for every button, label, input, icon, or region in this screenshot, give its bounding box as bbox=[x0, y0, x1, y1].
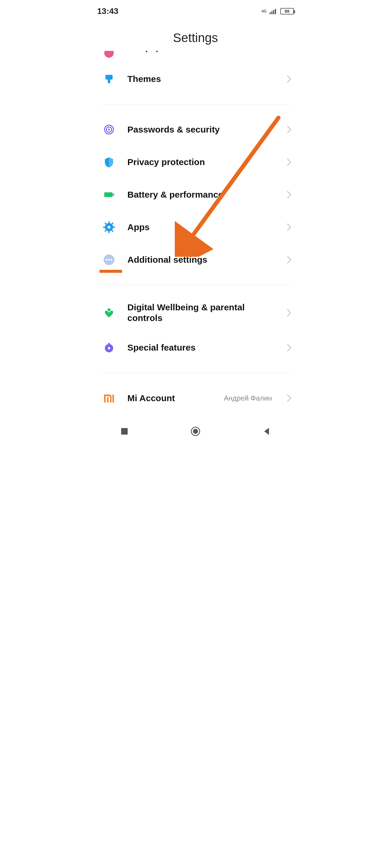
item-label: Battery & performance bbox=[128, 189, 275, 200]
svg-rect-6 bbox=[108, 80, 110, 83]
settings-item-wallpaper[interactable]: Wallpaper bbox=[89, 51, 302, 63]
gear-icon bbox=[103, 221, 115, 234]
settings-item-special-features[interactable]: Special features bbox=[89, 331, 302, 364]
battery-percent: 89 bbox=[285, 9, 289, 13]
svg-rect-33 bbox=[121, 428, 128, 435]
chevron-right-icon bbox=[287, 343, 291, 352]
chevron-right-icon bbox=[287, 223, 291, 231]
svg-rect-2 bbox=[273, 10, 274, 14]
svg-rect-0 bbox=[270, 12, 271, 14]
section-divider bbox=[100, 373, 291, 373]
settings-list: Wallpaper Themes bbox=[89, 51, 302, 432]
svg-point-25 bbox=[111, 259, 112, 261]
svg-rect-10 bbox=[104, 192, 113, 197]
svg-rect-17 bbox=[113, 227, 115, 228]
wallpaper-icon bbox=[103, 51, 115, 59]
item-label: Privacy protection bbox=[128, 157, 275, 167]
navigation-bar bbox=[89, 420, 302, 443]
item-value: Андрей Фалин bbox=[224, 394, 272, 402]
svg-point-26 bbox=[108, 308, 111, 311]
themes-icon bbox=[103, 72, 115, 86]
svg-point-9 bbox=[108, 129, 110, 130]
annotation-underline bbox=[100, 270, 122, 273]
item-label: Passwords & security bbox=[128, 124, 275, 135]
item-label: Wallpaper bbox=[128, 51, 291, 53]
signal-icon bbox=[270, 8, 277, 14]
svg-point-23 bbox=[106, 259, 108, 261]
item-label: Mi Account bbox=[128, 393, 212, 404]
wellbeing-icon bbox=[103, 306, 115, 319]
item-label: Special features bbox=[128, 342, 275, 353]
svg-rect-3 bbox=[275, 9, 276, 14]
settings-item-apps[interactable]: Apps bbox=[89, 211, 302, 244]
svg-rect-11 bbox=[113, 193, 114, 196]
item-label: Additional settings bbox=[128, 254, 275, 265]
svg-rect-19 bbox=[111, 230, 113, 232]
nav-recents-button[interactable] bbox=[119, 426, 130, 436]
svg-rect-15 bbox=[108, 231, 110, 233]
chevron-right-icon bbox=[287, 256, 291, 264]
svg-rect-14 bbox=[108, 221, 110, 224]
special-features-icon bbox=[103, 341, 115, 354]
chevron-right-icon bbox=[287, 190, 291, 199]
section-divider bbox=[100, 104, 291, 104]
nav-back-button[interactable] bbox=[261, 426, 272, 436]
chevron-right-icon bbox=[287, 158, 291, 166]
svg-rect-21 bbox=[104, 230, 106, 232]
fingerprint-icon bbox=[103, 123, 115, 136]
settings-item-battery-performance[interactable]: Battery & performance bbox=[89, 178, 302, 211]
svg-rect-20 bbox=[111, 222, 113, 224]
status-bar: 13:43 4G 89 bbox=[89, 2, 302, 20]
item-label: Themes bbox=[128, 74, 275, 84]
item-label: Digital Wellbeing & parental controls bbox=[128, 302, 275, 323]
svg-rect-1 bbox=[271, 11, 273, 14]
item-label: Apps bbox=[128, 222, 275, 232]
phone-frame: 13:43 4G 89 Settings Wallpaper bbox=[89, 2, 302, 443]
clock: 13:43 bbox=[97, 6, 118, 16]
battery-icon bbox=[103, 188, 115, 201]
page-title: Settings bbox=[89, 20, 302, 51]
chevron-right-icon bbox=[287, 125, 291, 134]
svg-rect-16 bbox=[103, 227, 106, 228]
svg-point-29 bbox=[108, 347, 110, 349]
svg-point-24 bbox=[108, 259, 110, 261]
chevron-right-icon bbox=[287, 75, 291, 83]
svg-rect-18 bbox=[104, 222, 106, 224]
svg-rect-5 bbox=[106, 75, 113, 80]
settings-item-privacy-protection[interactable]: Privacy protection bbox=[89, 146, 302, 178]
svg-point-13 bbox=[108, 226, 111, 229]
settings-item-mi-account[interactable]: Mi Account Андрей Фалин bbox=[89, 382, 302, 414]
nav-home-button[interactable] bbox=[191, 426, 200, 436]
battery-icon: 89 bbox=[280, 8, 294, 14]
network-type-icon: 4G bbox=[261, 10, 267, 13]
section-divider bbox=[100, 285, 291, 285]
svg-point-4 bbox=[104, 51, 114, 58]
shield-icon bbox=[103, 156, 115, 168]
svg-rect-28 bbox=[108, 343, 110, 345]
settings-item-digital-wellbeing[interactable]: Digital Wellbeing & parental controls bbox=[89, 294, 302, 331]
settings-item-passwords-security[interactable]: Passwords & security bbox=[89, 113, 302, 146]
settings-item-themes[interactable]: Themes bbox=[89, 63, 302, 95]
svg-point-35 bbox=[193, 429, 198, 434]
mi-logo-icon bbox=[103, 392, 115, 405]
chevron-right-icon bbox=[287, 309, 291, 317]
more-icon bbox=[103, 253, 115, 266]
chevron-right-icon bbox=[287, 394, 291, 402]
